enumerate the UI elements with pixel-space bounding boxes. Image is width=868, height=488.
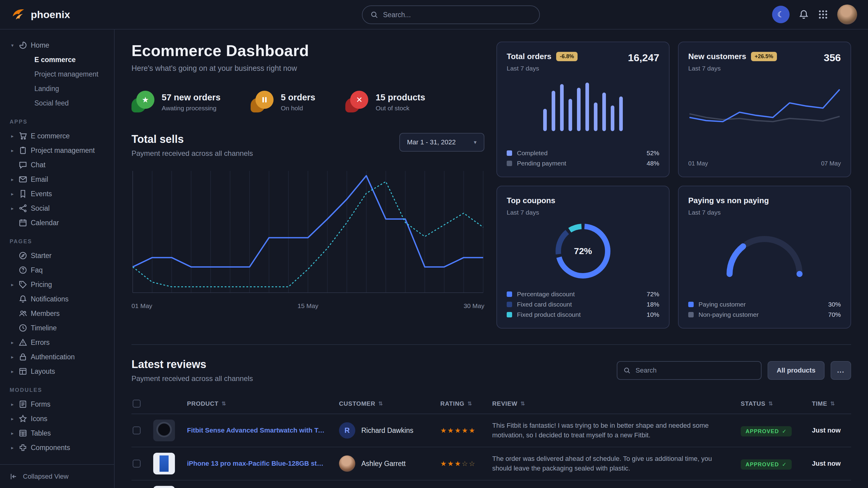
legend-swatch — [688, 302, 694, 307]
phoenix-logo-icon — [11, 7, 26, 22]
caret-right-icon: ▸ — [10, 430, 15, 436]
total-sells-x-axis: 01 May 15 May 30 May — [131, 302, 484, 310]
star-stat-icon: ★ — [131, 91, 154, 112]
x-label: 30 May — [464, 302, 484, 310]
reviews-search-input[interactable] — [636, 366, 755, 375]
sidebar-item-label: Pricing — [31, 281, 52, 289]
total-sells-subtitle: Payment received across all channels — [131, 149, 253, 158]
sidebar-item-project-management[interactable]: ▸Project management — [6, 143, 108, 158]
table-header: PRODUCT⇅ CUSTOMER⇅ RATING⇅ REVIEW⇅ STATU… — [131, 394, 851, 414]
sidebar-item-starter[interactable]: Starter — [6, 248, 108, 263]
legend-value: 18% — [647, 301, 659, 308]
table-icon — [19, 429, 27, 437]
brand[interactable]: phoenix — [11, 7, 70, 22]
reviews-title: Latest reviews — [131, 358, 253, 371]
question-icon — [19, 266, 27, 274]
legend-pending-payment: Pending payment48% — [507, 160, 659, 167]
collapsed-view-toggle[interactable]: Collapsed View — [0, 464, 114, 488]
sidebar-item-label: Social — [31, 204, 50, 213]
sidebar-item-components[interactable]: ▸Components — [6, 441, 108, 455]
reviews-search[interactable] — [617, 361, 762, 380]
sidebar-item-errors[interactable]: ▸Errors — [6, 335, 108, 350]
search-input[interactable] — [383, 11, 531, 19]
layout-icon — [19, 367, 27, 376]
all-products-button[interactable]: All products — [768, 361, 824, 380]
column-time[interactable]: TIME⇅ — [812, 400, 851, 407]
global-search[interactable] — [362, 5, 540, 24]
table-row: Fitbit Sense Advanced Smartwatch with To… — [131, 414, 851, 447]
sidebar-item-timeline[interactable]: Timeline — [6, 321, 108, 335]
caret-right-icon: ▸ — [10, 133, 15, 139]
column-rating[interactable]: RATING⇅ — [440, 400, 492, 407]
bar — [560, 84, 564, 131]
sidebar-item-faq[interactable]: Faq — [6, 263, 108, 277]
user-avatar[interactable] — [837, 4, 857, 24]
sidebar-item-social[interactable]: ▸Social — [6, 201, 108, 216]
row-checkbox[interactable] — [133, 426, 141, 434]
form-icon — [19, 400, 27, 409]
sidebar-item-tables[interactable]: ▸Tables — [6, 426, 108, 441]
new-customers-chart — [688, 82, 841, 141]
bar — [568, 99, 572, 131]
sidebar-section-label-modules: MODULES — [10, 387, 108, 393]
bell-icon — [799, 9, 809, 20]
sidebar-item-pricing[interactable]: ▸Pricing — [6, 277, 108, 292]
table-row: iPhone 13 pro max-Pacific Blue-128GB sto… — [131, 447, 851, 481]
product-link[interactable]: Fitbit Sense Advanced Smartwatch with To… — [187, 426, 339, 434]
sidebar-item-label: Faq — [31, 266, 43, 274]
customer-avatar: R — [339, 422, 355, 438]
sidebar-item-home[interactable]: ▾Home — [6, 38, 108, 53]
rating-stars: ★★★★★ — [440, 426, 492, 435]
sidebar-item-layouts[interactable]: ▸Layouts — [6, 364, 108, 379]
sidebar-item-icons[interactable]: ▸Icons — [6, 412, 108, 426]
legend-completed: Completed52% — [507, 150, 659, 157]
new-customers-card: New customers+26.5% Last 7 days 356 01 M… — [678, 42, 851, 177]
sidebar-subitem-project-management[interactable]: Project management — [6, 67, 108, 82]
theme-toggle-button[interactable]: ☾ — [772, 6, 789, 23]
caret-right-icon: ▸ — [10, 205, 15, 211]
sidebar-subitem-social-feed[interactable]: Social feed — [6, 96, 108, 110]
product-link[interactable]: iPhone 13 pro max-Pacific Blue-128GB sto… — [187, 460, 339, 467]
column-review[interactable]: REVIEW⇅ — [492, 400, 741, 407]
sidebar-item-members[interactable]: Members — [6, 306, 108, 321]
column-product[interactable]: PRODUCT⇅ — [187, 400, 339, 407]
caret-right-icon: ▸ — [10, 401, 15, 407]
paying-card: Paying vs non paying Last 7 days Paying … — [678, 186, 851, 329]
sidebar-item-chat[interactable]: Chat — [6, 158, 108, 172]
legend-fixed-card-discount: Fixed card discount18% — [507, 301, 659, 308]
row-checkbox[interactable] — [133, 460, 141, 467]
sidebar-subitem-e-commerce[interactable]: E commerce — [6, 53, 108, 67]
select-all-checkbox[interactable] — [133, 400, 141, 408]
moon-icon: ☾ — [777, 10, 784, 19]
sidebar-item-forms[interactable]: ▸Forms — [6, 397, 108, 412]
caret-right-icon: ▸ — [10, 282, 15, 288]
bar — [585, 83, 589, 131]
stat-title: 57 new orders — [162, 93, 220, 102]
date-range-select[interactable]: Mar 1 - 31, 2022 ▾ — [399, 133, 484, 152]
envelope-icon — [19, 175, 27, 184]
pie-chart-icon — [19, 41, 27, 50]
paying-legend: Paying customer30%Non-paying customer70% — [688, 301, 841, 318]
calendar-icon — [19, 219, 27, 227]
caret-down-icon: ▾ — [10, 42, 15, 48]
sidebar-item-label: Tables — [31, 429, 51, 437]
brand-name: phoenix — [31, 9, 70, 21]
bookmark-icon — [19, 190, 27, 198]
caret-right-icon: ▸ — [10, 148, 15, 154]
sidebar-item-e-commerce[interactable]: ▸E commerce — [6, 129, 108, 143]
apps-grid-button[interactable] — [818, 9, 828, 20]
sidebar-item-events[interactable]: ▸Events — [6, 187, 108, 201]
sidebar-item-email[interactable]: ▸Email — [6, 172, 108, 187]
column-customer[interactable]: CUSTOMER⇅ — [339, 400, 440, 407]
notifications-button[interactable] — [799, 9, 809, 20]
sidebar-item-label: Members — [31, 310, 60, 318]
sidebar-item-notifications[interactable]: Notifications — [6, 292, 108, 306]
sidebar-item-authentication[interactable]: ▸Authentication — [6, 350, 108, 364]
top-coupons-card: Top coupons Last 7 days 72% Percentage d… — [496, 186, 670, 329]
sidebar-item-calendar[interactable]: Calendar — [6, 216, 108, 230]
sidebar-subitem-landing[interactable]: Landing — [6, 82, 108, 96]
more-actions-button[interactable]: ... — [831, 361, 851, 380]
chevron-down-icon: ▾ — [474, 139, 476, 145]
column-status[interactable]: STATUS⇅ — [741, 400, 812, 407]
total-orders-card: Total orders-6.8% Last 7 days 16,247 Com… — [496, 42, 670, 177]
